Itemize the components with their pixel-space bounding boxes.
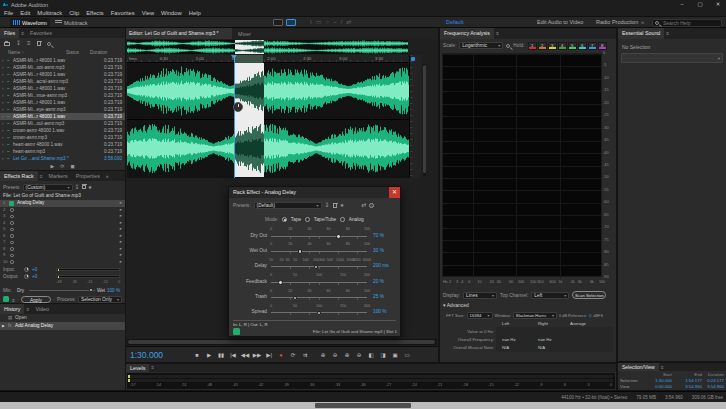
- history-item[interactable]: ▤Open: [0, 314, 125, 322]
- slider-track[interactable]: [271, 236, 367, 239]
- waveform-channel-left[interactable]: [127, 63, 409, 119]
- ruler-selection-band[interactable]: [234, 55, 263, 63]
- pause-button[interactable]: ▮▮: [216, 350, 226, 360]
- frequency-panel-menu-icon[interactable]: ≡: [494, 28, 501, 39]
- ruler-unit-label[interactable]: hms: [129, 56, 137, 61]
- slider-track[interactable]: [271, 282, 367, 285]
- tab-favorites[interactable]: Favorites: [26, 28, 56, 38]
- advanced-section-toggle[interactable]: ▾ Advanced: [443, 302, 469, 308]
- zoom-to-selection-button[interactable]: ▣: [390, 350, 400, 360]
- slot-power-icon[interactable]: [10, 234, 14, 238]
- output-gain-knob[interactable]: [24, 274, 29, 279]
- hold-button-2[interactable]: 2: [538, 42, 547, 50]
- slot-arrow-icon[interactable]: ▸: [120, 259, 122, 266]
- file-row[interactable]: ›~heart-asmr 48000 1.wav0:23.719: [0, 141, 125, 148]
- slider-handle[interactable]: [278, 280, 283, 285]
- expand-caret-icon[interactable]: ›: [2, 141, 4, 148]
- tab-history[interactable]: History: [0, 304, 24, 314]
- workspace-edit-audio-to-video[interactable]: Edit Audio to Video: [537, 17, 583, 28]
- slider-track[interactable]: [271, 266, 367, 269]
- slider-track[interactable]: [271, 251, 367, 254]
- tab-essential-sound[interactable]: Essential Sound: [618, 28, 664, 39]
- search-help-box[interactable]: [652, 19, 722, 27]
- open-file-icon[interactable]: [4, 42, 10, 46]
- rack-preset-dropdown[interactable]: (Custom)▾: [23, 184, 73, 191]
- mode-radio-analog[interactable]: [340, 217, 345, 222]
- file-row[interactable]: ›~ASMR-Mi...eye-asmr.mp30:23.719: [0, 106, 125, 113]
- expand-caret-icon[interactable]: ›: [2, 134, 4, 141]
- rewind-button[interactable]: ◀◀: [240, 350, 250, 360]
- menu-view[interactable]: View: [142, 10, 154, 16]
- waveform-area[interactable]: [127, 63, 409, 178]
- playhead-marker-icon[interactable]: [231, 55, 237, 59]
- hold-button-4[interactable]: 4: [558, 42, 567, 50]
- frequency-graph[interactable]: [442, 53, 602, 277]
- top-channel-dropdown[interactable]: Left▾: [531, 292, 569, 299]
- file-row[interactable]: ›~ASMR-Mi...r 48000 1.wav0:23.719: [0, 57, 125, 64]
- scan-selection-button[interactable]: Scan Selection: [572, 291, 606, 299]
- expand-caret-icon[interactable]: ›: [2, 120, 4, 127]
- slot-power-icon[interactable]: [10, 208, 14, 212]
- taskbar-app-button[interactable]: [315, 403, 411, 408]
- time-display[interactable]: 1:30.000: [130, 350, 163, 360]
- file-row[interactable]: ›~ASMR-Mi...acral-asmr.mp30:23.719: [0, 78, 125, 85]
- zoom-to-out-point-button[interactable]: ◨: [378, 350, 388, 360]
- db-reference-value[interactable]: 0: [589, 313, 591, 318]
- horizontal-scrollbar-handle[interactable]: [128, 340, 435, 344]
- import-file-icon[interactable]: ↧: [16, 38, 21, 49]
- maximize-button[interactable]: ▢: [694, 0, 706, 9]
- slot-power-icon[interactable]: [10, 241, 14, 245]
- dialog-power-toggle[interactable]: [233, 328, 240, 335]
- scale-dropdown[interactable]: Logarithmic▾: [459, 42, 503, 49]
- column-duration[interactable]: Duration: [90, 50, 107, 55]
- menu-help[interactable]: Help: [189, 10, 201, 16]
- column-name[interactable]: Name: [8, 50, 20, 55]
- vertical-scrollbar[interactable]: [423, 64, 426, 176]
- menu-favorites[interactable]: Favorites: [111, 10, 135, 16]
- window-dropdown[interactable]: Blackman-Harris▾: [513, 312, 557, 319]
- file-row[interactable]: ›~ASMR-Mi...r 48000 1.wav0:23.719: [0, 99, 125, 106]
- hold-button-1[interactable]: 1: [528, 42, 537, 50]
- record-button[interactable]: ●: [276, 350, 286, 360]
- tab-video[interactable]: Video: [31, 304, 52, 314]
- slot-power-icon[interactable]: [10, 260, 14, 264]
- tab-frequency-analysis[interactable]: Frequency Analysis: [440, 28, 494, 39]
- mix-slider-handle[interactable]: [89, 288, 93, 292]
- tab-selection-view[interactable]: Selection/View: [618, 363, 659, 371]
- files-search-icon[interactable]: [47, 42, 51, 46]
- mix-slider-track[interactable]: [29, 290, 95, 291]
- delete-preset-icon[interactable]: [82, 185, 86, 190]
- dialog-title[interactable]: Rack Effect - Analog Delay: [229, 187, 400, 198]
- waveform-channel-right[interactable]: [127, 120, 409, 177]
- column-status[interactable]: Status: [66, 50, 79, 55]
- channel-indicator[interactable]: [411, 57, 415, 61]
- fft-size-dropdown[interactable]: 16384▾: [467, 312, 493, 319]
- file-row[interactable]: ›~ASMR-Mi...mue-asmr.mp30:23.719: [0, 92, 125, 99]
- slot-power-on-icon[interactable]: [9, 201, 14, 206]
- file-row[interactable]: ›~ASMR-Mi...oot-asmr.mp30:23.719: [0, 64, 125, 71]
- slot-power-icon[interactable]: [10, 254, 14, 258]
- minimize-button[interactable]: –: [676, 0, 688, 9]
- play-button[interactable]: ▶: [204, 350, 214, 360]
- tab-mixer[interactable]: Mixer: [234, 29, 255, 39]
- mode-radio-tape-tube[interactable]: [305, 217, 310, 222]
- file-row[interactable]: ›~ASMR-Mi...oul-asmr.mp30:23.719: [0, 120, 125, 127]
- slot-power-icon[interactable]: [10, 228, 14, 232]
- hold-button-8[interactable]: 8: [598, 42, 607, 50]
- rack-slot-10[interactable]: 10▸: [0, 259, 125, 266]
- tab-levels[interactable]: Levels: [126, 364, 149, 372]
- menu-edit[interactable]: Edit: [20, 10, 30, 16]
- media-browser-icon[interactable]: ≡: [27, 38, 31, 49]
- dialog-favorite-star-icon[interactable]: ★: [340, 200, 344, 211]
- tab-markers[interactable]: Markers: [45, 171, 72, 181]
- tab-editor[interactable]: Editor: Let Go of Guilt and Shame.mp3 *: [126, 28, 232, 39]
- file-row[interactable]: ›~crown-asmr.mp30:23.719: [0, 134, 125, 141]
- file-row[interactable]: ›~crown-asmr 48000 1.wav0:23.719: [0, 127, 125, 134]
- expand-caret-icon[interactable]: ›: [2, 71, 4, 78]
- selection-view-panel-menu-icon[interactable]: ≡: [659, 363, 666, 371]
- input-gain-knob[interactable]: [24, 267, 29, 272]
- hold-button-7[interactable]: 7: [588, 42, 597, 50]
- tab-properties[interactable]: Properties: [72, 171, 104, 181]
- expand-caret-icon[interactable]: ›: [2, 85, 4, 92]
- file-row[interactable]: ›~Let Go ...and Shame.mp3 *3:58.000: [0, 155, 125, 162]
